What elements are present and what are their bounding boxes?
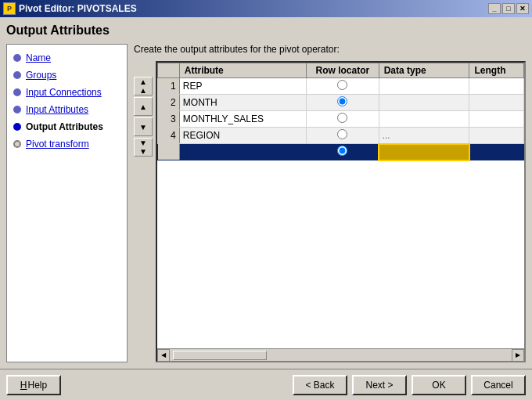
table-row: 1 REP — [158, 78, 524, 95]
radio-input-4[interactable] — [337, 129, 347, 139]
arrow-down-button[interactable]: ▼ — [134, 117, 153, 136]
arrow-last-button[interactable]: ▼▼ — [134, 138, 153, 157]
scroll-right-button[interactable]: ▶ — [512, 349, 524, 362]
row-radio-5[interactable] — [306, 144, 379, 160]
sidebar-item-name[interactable]: Name — [10, 51, 124, 65]
content-area: Name Groups Input Connections Input Attr… — [6, 44, 526, 362]
ok-button[interactable]: OK — [412, 375, 466, 395]
instruction-text: Create the output attributes for the piv… — [134, 44, 526, 55]
back-button[interactable]: < Back — [293, 375, 347, 395]
row-datatype-4[interactable]: ... — [379, 128, 469, 144]
sidebar-label-name: Name — [26, 52, 51, 63]
col-header-row-num — [158, 63, 180, 78]
sidebar-label-pivot-transform: Pivot transform — [26, 139, 89, 150]
sidebar-label-input-attributes: Input Attributes — [26, 104, 88, 115]
row-length-4[interactable] — [469, 128, 524, 144]
row-num-4: 4 — [158, 128, 180, 144]
nav-dot-groups — [13, 71, 21, 79]
close-button[interactable]: ✕ — [516, 3, 529, 14]
sidebar-label-groups: Groups — [26, 70, 56, 81]
table-container: Attribute Row locator Data type Length 1… — [156, 61, 526, 362]
minimize-button[interactable]: _ — [488, 3, 501, 14]
table-row-selected[interactable] — [158, 144, 524, 160]
maximize-button[interactable]: □ — [502, 3, 515, 14]
col-header-row-locator: Row locator — [306, 63, 379, 78]
table-row: 4 REGION ... — [158, 128, 524, 144]
ok-label: OK — [432, 380, 445, 391]
row-radio-1[interactable] — [306, 78, 379, 95]
app-icon: P — [3, 2, 16, 15]
window-title: Pivot Editor: PIVOTSALES — [19, 3, 137, 14]
row-attr-2[interactable]: MONTH — [179, 95, 306, 111]
sidebar-label-input-connections: Input Connections — [26, 87, 102, 98]
col-header-attribute: Attribute — [179, 63, 306, 78]
button-bar: HHelp < Back Next > OK Cancel — [0, 369, 532, 400]
pivot-table: Attribute Row locator Data type Length 1… — [157, 63, 524, 161]
main-container: Output Attributes Name Groups Input Conn… — [0, 17, 532, 400]
help-button[interactable]: HHelp — [6, 375, 61, 395]
arrow-up-button[interactable]: ▲ — [134, 97, 153, 116]
row-num-1: 1 — [158, 78, 180, 95]
radio-input-1[interactable] — [337, 80, 347, 90]
next-label: Next > — [365, 380, 393, 391]
right-panel: Create the output attributes for the piv… — [134, 44, 526, 362]
row-attr-5[interactable] — [179, 144, 306, 160]
row-radio-2[interactable] — [306, 95, 379, 111]
dialog-content: Output Attributes Name Groups Input Conn… — [0, 17, 532, 369]
table-row: 2 MONTH — [158, 95, 524, 111]
table-row: 3 MONTHLY_SALES — [158, 111, 524, 128]
sidebar-item-input-attributes[interactable]: Input Attributes — [10, 103, 124, 117]
row-length-1[interactable] — [469, 78, 524, 95]
back-label: < Back — [305, 380, 334, 391]
row-num-3: 3 — [158, 111, 180, 128]
row-length-2[interactable] — [469, 95, 524, 111]
radio-input-3[interactable] — [337, 113, 347, 123]
arrow-first-button[interactable]: ▲▲ — [134, 77, 153, 95]
nav-dot-output-attributes — [13, 123, 21, 131]
row-datatype-5[interactable] — [379, 144, 469, 160]
col-header-data-type: Data type — [379, 63, 469, 78]
nav-dot-input-connections — [13, 88, 21, 96]
radio-input-2[interactable] — [337, 96, 347, 106]
nav-dot-pivot-transform — [13, 140, 21, 148]
row-datatype-2[interactable] — [379, 95, 469, 111]
row-length-5[interactable] — [469, 144, 524, 160]
row-radio-4[interactable] — [306, 128, 379, 144]
scroll-left-button[interactable]: ◀ — [157, 349, 170, 362]
arrow-controls: ▲▲ ▲ ▼ ▼▼ — [134, 61, 153, 362]
row-attr-1[interactable]: REP — [179, 78, 306, 95]
page-title: Output Attributes — [6, 23, 526, 38]
next-button[interactable]: Next > — [352, 375, 407, 395]
row-num-5 — [158, 144, 180, 160]
row-length-3[interactable] — [469, 111, 524, 128]
table-with-controls: ▲▲ ▲ ▼ ▼▼ Attribute Row locato — [134, 61, 526, 362]
row-radio-3[interactable] — [306, 111, 379, 128]
scroll-thumb[interactable] — [173, 351, 267, 360]
nav-dot-input-attributes — [13, 106, 21, 114]
sidebar-item-pivot-transform[interactable]: Pivot transform — [10, 137, 124, 151]
row-attr-4[interactable]: REGION — [179, 128, 306, 144]
cancel-button[interactable]: Cancel — [471, 375, 526, 395]
cancel-label: Cancel — [483, 380, 512, 391]
sidebar-label-output-attributes: Output Attributes — [26, 121, 103, 132]
title-bar: P Pivot Editor: PIVOTSALES _ □ ✕ — [0, 0, 532, 17]
sidebar-item-groups[interactable]: Groups — [10, 68, 124, 82]
sidebar-item-output-attributes: Output Attributes — [10, 120, 124, 134]
row-datatype-3[interactable] — [379, 111, 469, 128]
sidebar-item-input-connections[interactable]: Input Connections — [10, 85, 124, 99]
nav-dot-name — [13, 54, 21, 62]
row-num-2: 2 — [158, 95, 180, 111]
sidebar: Name Groups Input Connections Input Attr… — [6, 44, 128, 362]
row-attr-3[interactable]: MONTHLY_SALES — [179, 111, 306, 128]
col-header-length: Length — [469, 63, 524, 78]
radio-input-5[interactable] — [337, 146, 347, 156]
row-datatype-1[interactable] — [379, 78, 469, 95]
